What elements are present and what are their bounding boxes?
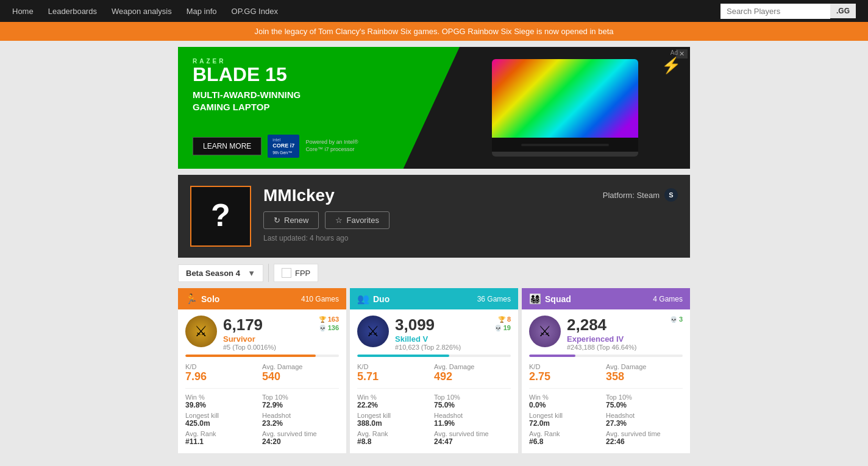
- main-nav: Home Leaderboards Weapon analysis Map in…: [0, 0, 868, 22]
- duo-top10-label: Top 10%: [434, 394, 511, 401]
- duo-top10-value: 75.0%: [434, 401, 511, 409]
- solo-headshot-label: Headshot: [262, 412, 339, 419]
- squad-kd-value: 2.75: [529, 370, 606, 383]
- solo-progress-bar: [185, 355, 339, 357]
- season-dropdown[interactable]: Beta Season 4 ▼: [178, 264, 263, 282]
- search-input[interactable]: [720, 4, 830, 19]
- duo-headshot-value: 11.9%: [434, 419, 511, 428]
- duo-longest-label: Longest kill: [357, 412, 434, 419]
- fpp-checkbox[interactable]: [282, 268, 291, 278]
- squad-damage-value: 358: [606, 370, 683, 383]
- profile-info: MMIckey ↻ Renew ☆ Favorites Last updated…: [263, 186, 591, 242]
- search-button[interactable]: .GG: [830, 4, 856, 18]
- squad-longest-label: Longest kill: [529, 412, 606, 419]
- squad-rank-label2: Avg. Rank: [529, 430, 606, 437]
- duo-win-value: 22.2%: [357, 401, 434, 409]
- nav-home[interactable]: Home: [12, 7, 34, 16]
- season-bar: Beta Season 4 ▼ FPP: [178, 258, 690, 288]
- squad-win-value: 0.0%: [529, 401, 606, 409]
- solo-win-value: 39.8%: [185, 401, 262, 409]
- solo-header: 🏃 Solo 410 Games: [178, 288, 346, 309]
- fpp-toggle[interactable]: FPP: [274, 264, 318, 282]
- duo-games-count: 36 Games: [477, 295, 511, 303]
- solo-survived-label: Avg. survived time: [262, 430, 339, 437]
- solo-rank-label2: Avg. Rank: [185, 430, 262, 437]
- solo-points: 6,179: [223, 316, 313, 334]
- renew-button[interactable]: ↻ Renew: [263, 211, 319, 229]
- squad-rank-label: Experienced IV: [567, 334, 664, 344]
- squad-rank-icon: ⚔: [529, 316, 561, 347]
- solo-badge-k: 💀 136: [319, 324, 339, 331]
- solo-survived-value: 24:20: [262, 437, 339, 446]
- nav-opgg-index[interactable]: OP.GG Index: [232, 7, 278, 16]
- squad-points: 2,284: [567, 316, 664, 334]
- duo-card: 👥 Duo 36 Games ⚔ 3,099 Skilled V #10,623…: [350, 288, 518, 453]
- ad-area: RAZER BLADE 15 MULTI-AWARD-WINNINGGAMING…: [0, 41, 868, 175]
- last-updated: Last updated: 4 hours ago: [263, 234, 591, 242]
- solo-card: 🏃 Solo 410 Games ⚔ 6,179 Survivor #5 (To…: [178, 288, 346, 453]
- squad-longest-value: 72.0m: [529, 419, 606, 428]
- solo-win-label: Win %: [185, 394, 262, 401]
- duo-rank-icon: ⚔: [357, 316, 389, 347]
- squad-survived-value: 22:46: [606, 437, 683, 446]
- favorites-button[interactable]: ☆ Favorites: [325, 211, 389, 229]
- solo-badge-w: 🏆 163: [319, 316, 339, 323]
- squad-card: 👨‍👩‍👧‍👦 Squad 4 Games ⚔ 2,284 Experience…: [522, 288, 690, 453]
- ad-tagline: MULTI-AWARD-WINNINGGAMING LAPTOP: [193, 89, 419, 114]
- nav-map-info[interactable]: Map info: [187, 7, 217, 16]
- learn-more-button[interactable]: LEARN MORE: [193, 137, 261, 155]
- squad-games-count: 4 Games: [653, 295, 683, 303]
- duo-longest-value: 388.0m: [357, 419, 434, 428]
- ad-label: Ad: [671, 49, 678, 56]
- duo-kd-label: K/D: [357, 363, 434, 370]
- solo-top10-value: 72.9%: [262, 401, 339, 409]
- solo-kd-label: K/D: [185, 363, 262, 370]
- duo-rank-label: Skilled V: [395, 334, 488, 344]
- duo-survived-label: Avg. survived time: [434, 430, 511, 437]
- intel-text: Powered by an Intel® Core™ i7 processor: [305, 139, 360, 153]
- solo-damage-value: 540: [262, 370, 339, 383]
- steam-icon: S: [664, 188, 678, 202]
- duo-headshot-label: Headshot: [434, 412, 511, 419]
- solo-kd-value: 7.96: [185, 370, 262, 383]
- ad-model: BLADE 15: [193, 65, 419, 84]
- nav-weapon-analysis[interactable]: Weapon analysis: [112, 7, 172, 16]
- squad-rank-value: #6.8: [529, 437, 606, 446]
- squad-top10-label: Top 10%: [606, 394, 683, 401]
- beta-banner: Join the legacy of Tom Clancy's Rainbow …: [0, 22, 868, 41]
- duo-mode-icon: 👥: [357, 293, 369, 305]
- solo-rank-icon: ⚔: [185, 316, 217, 347]
- squad-win-label: Win %: [529, 394, 606, 401]
- duo-header: 👥 Duo 36 Games: [350, 288, 518, 309]
- solo-rank-label: Survivor: [223, 334, 313, 344]
- renew-icon: ↻: [274, 216, 280, 225]
- profile-username: MMIckey: [263, 186, 591, 205]
- duo-progress-bar: [357, 355, 511, 357]
- avatar-question-mark: ?: [211, 197, 230, 233]
- nav-leaderboards[interactable]: Leaderboards: [48, 7, 97, 16]
- squad-damage-label: Avg. Damage: [606, 363, 683, 370]
- razer-logo: ⚡: [661, 56, 681, 75]
- duo-kd-value: 5.71: [357, 370, 434, 383]
- stats-grid: 🏃 Solo 410 Games ⚔ 6,179 Survivor #5 (To…: [178, 288, 690, 465]
- solo-mode-icon: 🏃: [185, 293, 197, 305]
- duo-points: 3,099: [395, 316, 488, 334]
- intel-badge: intel CORE i7 9th Gen™: [268, 135, 299, 158]
- squad-progress-bar: [529, 355, 683, 357]
- solo-rank-sub: #5 (Top 0.0016%): [223, 344, 313, 351]
- solo-rank-value: #11.1: [185, 437, 262, 446]
- squad-mode-icon: 👨‍👩‍👧‍👦: [529, 293, 541, 305]
- duo-badge-k: 💀 19: [494, 324, 511, 331]
- platform-info: Platform: Steam S: [603, 188, 678, 202]
- profile-section: ? MMIckey ↻ Renew ☆ Favorites Last updat…: [178, 175, 690, 258]
- ad-laptop-image: [483, 50, 647, 166]
- solo-longest-label: Longest kill: [185, 412, 262, 419]
- squad-badge-k: 💀 3: [670, 316, 683, 323]
- squad-header: 👨‍👩‍👧‍👦 Squad 4 Games: [522, 288, 690, 309]
- duo-damage-value: 492: [434, 370, 511, 383]
- duo-rank-sub: #10,623 (Top 2.826%): [395, 344, 488, 351]
- duo-win-label: Win %: [357, 394, 434, 401]
- solo-damage-label: Avg. Damage: [262, 363, 339, 370]
- solo-longest-value: 425.0m: [185, 419, 262, 428]
- solo-headshot-value: 23.2%: [262, 419, 339, 428]
